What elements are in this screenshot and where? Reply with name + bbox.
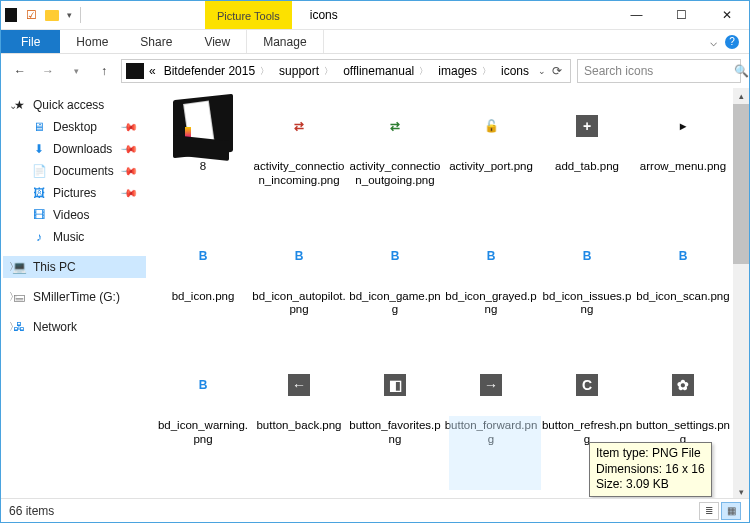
help-icon[interactable]: ? [725, 35, 739, 49]
png-icon: ◧ [384, 374, 406, 396]
file-thumbnail: B [267, 224, 331, 288]
file-name-label: bd_icon_grayed.png [444, 290, 538, 318]
pictures-icon: 🖼 [31, 185, 47, 201]
scroll-thumb[interactable] [733, 104, 749, 264]
file-thumbnail: B [651, 224, 715, 288]
tree-this-pc[interactable]: 〉 💻 This PC [3, 256, 146, 278]
file-thumbnail: B [555, 224, 619, 288]
file-item[interactable]: Bbd_icon_issues.png [539, 224, 635, 318]
tab-home[interactable]: Home [60, 30, 124, 53]
tree-label: Quick access [33, 98, 104, 112]
file-list-pane[interactable]: 8⇄activity_connection_incoming.png⇄activ… [149, 88, 749, 500]
address-bar[interactable]: « Bitdefender 2015〉 support〉 offlinemanu… [121, 59, 571, 83]
tree-documents[interactable]: 📄Documents📌 [3, 160, 146, 182]
file-item[interactable]: Bbd_icon_game.png [347, 224, 443, 318]
qat-chevron-icon[interactable]: ▾ [67, 10, 72, 20]
selection-highlight [449, 416, 541, 490]
file-thumbnail: ◧ [363, 353, 427, 417]
pin-icon: 📌 [119, 161, 138, 180]
file-item[interactable]: ←button_back.png [251, 353, 347, 447]
minimize-button[interactable]: — [614, 1, 659, 29]
expander-icon[interactable]: 〉 [9, 290, 19, 304]
expander-icon[interactable]: 〉 [9, 260, 19, 274]
png-icon: ▸ [674, 117, 692, 135]
context-tab-picture-tools[interactable]: Picture Tools [205, 1, 292, 29]
tree-label: Network [33, 320, 77, 334]
tree-network[interactable]: 〉 🖧 Network [3, 316, 146, 338]
file-name-label: bd_icon_warning.png [156, 419, 250, 447]
properties-icon[interactable]: ☑ [23, 7, 39, 23]
crumb-ellipsis[interactable]: « [146, 64, 159, 78]
view-details-button[interactable]: ≣ [699, 502, 719, 520]
file-name-label: activity_connection_outgoing.png [348, 160, 442, 188]
file-name-label: bd_icon_autopilot.png [252, 290, 346, 318]
file-thumbnail: ⇄ [267, 94, 331, 158]
nav-back-button[interactable]: ← [9, 60, 31, 82]
file-item[interactable]: Cbutton_refresh.png [539, 353, 635, 447]
tab-file[interactable]: File [1, 30, 60, 53]
tree-label: Music [53, 230, 84, 244]
nav-recent-chevron-icon[interactable]: ▾ [65, 60, 87, 82]
ribbon-expand-icon[interactable]: ⌵ [710, 35, 717, 49]
file-item[interactable]: +add_tab.png [539, 94, 635, 188]
new-folder-icon[interactable] [45, 10, 59, 21]
nav-up-button[interactable]: ↑ [93, 60, 115, 82]
vertical-scrollbar[interactable]: ▴ ▾ [733, 88, 749, 500]
nav-forward-button[interactable]: → [37, 60, 59, 82]
window-title: icons [292, 1, 614, 29]
file-thumbnail: B [459, 224, 523, 288]
tab-share[interactable]: Share [124, 30, 188, 53]
search-icon[interactable]: 🔍 [734, 64, 749, 78]
tab-view[interactable]: View [188, 30, 246, 53]
file-item[interactable]: ◧button_favorites.png [347, 353, 443, 447]
tree-videos[interactable]: 🎞Videos [3, 204, 146, 226]
file-item[interactable]: ⇄activity_connection_incoming.png [251, 94, 347, 188]
file-item[interactable]: ▸arrow_menu.png [635, 94, 731, 188]
search-box[interactable]: 🔍 [577, 59, 741, 83]
crumb-0[interactable]: Bitdefender 2015〉 [161, 64, 274, 78]
crumb-1[interactable]: support〉 [276, 64, 338, 78]
crumb-3[interactable]: images〉 [435, 64, 496, 78]
file-item[interactable]: ⇄activity_connection_outgoing.png [347, 94, 443, 188]
tooltip-line: Size: 3.09 KB [596, 477, 705, 493]
file-item[interactable]: Bbd_icon_autopilot.png [251, 224, 347, 318]
qat-separator [80, 7, 81, 23]
file-item[interactable]: Bbd_icon_grayed.png [443, 224, 539, 318]
tree-label: SMillerTime (G:) [33, 290, 120, 304]
file-thumbnail: B [363, 224, 427, 288]
png-icon: B [674, 247, 692, 265]
address-history-chevron-icon[interactable]: ⌄ [538, 66, 546, 76]
expander-icon[interactable]: ⌄ [9, 100, 17, 111]
maximize-button[interactable]: ☐ [659, 1, 704, 29]
file-thumbnail: ✿ [651, 353, 715, 417]
desktop-icon: 🖥 [31, 119, 47, 135]
file-item[interactable]: 8 [155, 94, 251, 188]
file-item[interactable]: Bbd_icon_scan.png [635, 224, 731, 318]
tree-quick-access[interactable]: ⌄ ★ Quick access [3, 94, 146, 116]
file-item[interactable]: Bbd_icon.png [155, 224, 251, 318]
expander-icon[interactable]: 〉 [9, 320, 19, 334]
tree-downloads[interactable]: ⬇Downloads📌 [3, 138, 146, 160]
tooltip-line: Dimensions: 16 x 16 [596, 462, 705, 478]
tree-music[interactable]: ♪Music [3, 226, 146, 248]
music-icon: ♪ [31, 229, 47, 245]
refresh-icon[interactable]: ⟳ [552, 64, 562, 78]
search-input[interactable] [584, 64, 734, 78]
file-item[interactable]: 🔓activity_port.png [443, 94, 539, 188]
tree-drive-g[interactable]: 〉 🖴 SMillerTime (G:) [3, 286, 146, 308]
file-item[interactable]: Bbd_icon_warning.png [155, 353, 251, 447]
file-name-label: bd_icon.png [172, 290, 235, 304]
tree-label: Pictures [53, 186, 96, 200]
file-item[interactable]: ✿button_settings.png [635, 353, 731, 447]
crumb-2[interactable]: offlinemanual〉 [340, 64, 433, 78]
ribbon-tabs: File Home Share View Manage ⌵ ? [1, 30, 749, 54]
tab-manage[interactable]: Manage [246, 30, 323, 53]
crumb-4[interactable]: icons [498, 64, 532, 78]
tree-desktop[interactable]: 🖥Desktop📌 [3, 116, 146, 138]
png-icon: B [578, 247, 596, 265]
close-button[interactable]: ✕ [704, 1, 749, 29]
scroll-up-button[interactable]: ▴ [733, 88, 749, 104]
file-thumbnail: 🔓 [459, 94, 523, 158]
tree-pictures[interactable]: 🖼Pictures📌 [3, 182, 146, 204]
view-large-icons-button[interactable]: ▦ [721, 502, 741, 520]
